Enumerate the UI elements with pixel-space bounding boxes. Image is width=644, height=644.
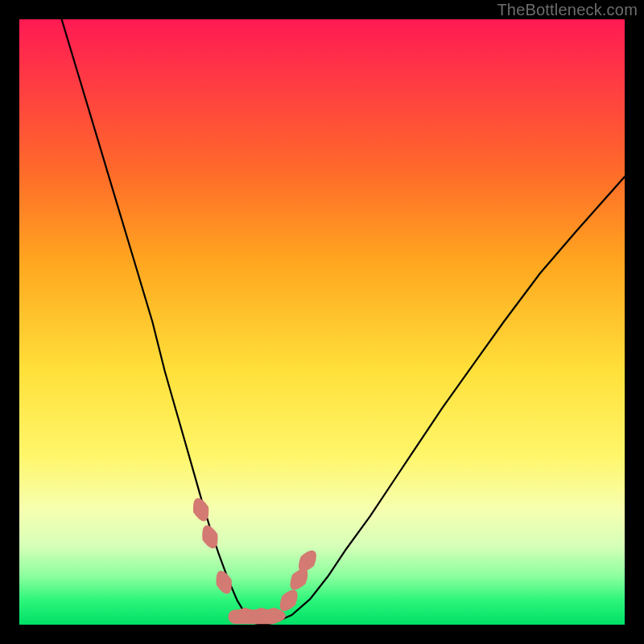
marker-lozenge xyxy=(280,590,298,611)
marker-lozenge xyxy=(193,498,208,522)
marker-lozenge xyxy=(290,568,308,589)
watermark-label: TheBottleneck.com xyxy=(497,1,638,19)
v-curve-path xyxy=(62,19,625,625)
v-curve xyxy=(62,19,625,625)
marker-lozenges xyxy=(193,498,316,624)
chart-overlay xyxy=(0,0,644,644)
marker-lozenge xyxy=(217,571,232,594)
marker-lozenge xyxy=(299,551,316,572)
chart-frame: TheBottleneck.com xyxy=(0,0,644,644)
marker-lozenge xyxy=(202,526,217,549)
